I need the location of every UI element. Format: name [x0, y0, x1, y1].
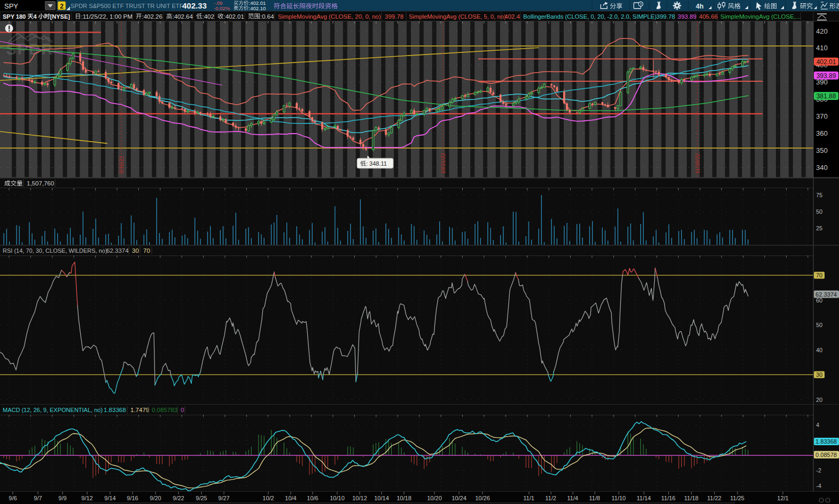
svg-text:381.88: 381.88: [817, 92, 836, 100]
svg-text:1.83368: 1.83368: [104, 407, 126, 413]
svg-text:20: 20: [816, 397, 822, 403]
svg-text:SimpleMovingAvg (CLOSE,...: SimpleMovingAvg (CLOSE,...: [720, 13, 801, 20]
svg-text:0: 0: [181, 407, 184, 413]
svg-text:-0.02%: -0.02%: [214, 5, 230, 11]
svg-text:11/25: 11/25: [730, 495, 744, 501]
svg-text:1,507,760: 1,507,760: [27, 180, 54, 187]
svg-text:399.78: 399.78: [385, 13, 403, 20]
svg-text:9/7: 9/7: [34, 495, 42, 501]
svg-text:40: 40: [816, 347, 822, 353]
svg-text:1.83368: 1.83368: [815, 438, 837, 445]
svg-text:75: 75: [816, 192, 822, 198]
svg-text:-2: -2: [816, 467, 821, 474]
svg-text:402.01: 402.01: [817, 58, 836, 66]
svg-text:9/12: 9/12: [81, 495, 92, 501]
svg-text::402: :402: [203, 13, 214, 20]
svg-text:RSI (14, 70, 30, CLOSE, WILDER: RSI (14, 70, 30, CLOSE, WILDERS, no): [3, 247, 107, 254]
svg-text:420: 420: [816, 27, 828, 35]
svg-text:10/6: 10/6: [307, 495, 318, 501]
svg-text:11/18/22: 11/18/22: [695, 153, 701, 174]
svg-text:405.66: 405.66: [699, 13, 718, 20]
svg-text:11/10: 11/10: [611, 495, 626, 501]
svg-text:10/12: 10/12: [352, 495, 367, 501]
svg-text:SPY 180: SPY 180: [3, 13, 26, 20]
svg-text::402.26: :402.26: [142, 13, 162, 20]
svg-text:10/4: 10/4: [285, 495, 296, 501]
svg-text:62.3374: 62.3374: [815, 291, 837, 298]
svg-text:10/18: 10/18: [397, 495, 411, 501]
svg-text:10/14: 10/14: [374, 495, 389, 501]
svg-text:30: 30: [816, 371, 822, 378]
svg-text:402.4: 402.4: [504, 13, 520, 20]
svg-text:9/16: 9/16: [127, 495, 138, 501]
svg-text:9/16/22: 9/16/22: [119, 156, 125, 174]
svg-text:10/21/22: 10/21/22: [440, 153, 446, 174]
svg-text:11/22: 11/22: [707, 495, 721, 501]
svg-text:11/2: 11/2: [545, 495, 556, 501]
svg-text:0.08578: 0.08578: [815, 452, 837, 458]
svg-text:9/20: 9/20: [150, 495, 161, 501]
svg-text:70: 70: [816, 272, 822, 278]
svg-text:410: 410: [816, 44, 828, 52]
svg-text:10/2: 10/2: [262, 495, 274, 501]
svg-text:9/14: 9/14: [104, 495, 115, 501]
svg-text::402.01: :402.01: [224, 13, 244, 20]
svg-text:11/18: 11/18: [684, 495, 698, 501]
svg-text:393.89: 393.89: [817, 72, 836, 80]
svg-text::11/25/22, 1:00 PM: :11/25/22, 1:00 PM: [81, 13, 133, 20]
svg-text::0.64: :0.64: [260, 13, 274, 20]
svg-text:: 348.11: : 348.11: [366, 160, 387, 167]
svg-text:50: 50: [816, 208, 822, 215]
svg-text:11/1: 11/1: [523, 495, 534, 501]
svg-text:62.3374: 62.3374: [106, 247, 129, 254]
svg-text:70: 70: [143, 247, 150, 254]
svg-text:0.085783: 0.085783: [152, 407, 177, 413]
svg-text:SPY: SPY: [4, 2, 18, 10]
svg-text:360: 360: [816, 129, 828, 137]
svg-text:9/22: 9/22: [173, 495, 184, 501]
svg-text:-4: -4: [816, 483, 821, 489]
svg-text:10/20: 10/20: [427, 495, 442, 501]
svg-text:SimpleMovingAvg (CLOSE, 5, 0,: SimpleMovingAvg (CLOSE, 5, 0, no): [409, 13, 506, 20]
svg-text:MACD (12, 26, 9, EXPONENTIAL,: MACD (12, 26, 9, EXPONENTIAL, no): [3, 407, 103, 413]
svg-text:BollingerBands (CLOSE, 0, 20,: BollingerBands (CLOSE, 0, 20, -2.0, 2.0,…: [523, 13, 657, 20]
svg-text:10/24: 10/24: [452, 495, 467, 501]
svg-text:9/6: 9/6: [9, 495, 17, 501]
svg-text:393.89: 393.89: [678, 13, 696, 20]
svg-text::402.10: :402.10: [249, 5, 266, 11]
svg-text:11/16: 11/16: [661, 495, 675, 501]
svg-text:50: 50: [816, 322, 822, 328]
svg-text:[NYSE]: [NYSE]: [50, 13, 71, 20]
svg-text:399.78: 399.78: [656, 13, 675, 20]
svg-text:11/14: 11/14: [636, 495, 651, 501]
svg-text:25: 25: [816, 225, 822, 231]
svg-text:2: 2: [60, 3, 64, 10]
svg-text:370: 370: [816, 112, 828, 120]
svg-text:11/8: 11/8: [589, 495, 600, 501]
svg-text::402.64: :402.64: [173, 13, 193, 20]
svg-text:4: 4: [816, 422, 819, 428]
svg-text:12/1: 12/1: [777, 495, 788, 501]
svg-text:SPDR S&P500 ETF TRUST TR UNIT: SPDR S&P500 ETF TRUST TR UNIT ETF: [71, 3, 183, 9]
svg-text:10/26: 10/26: [475, 495, 490, 501]
svg-text:11/4: 11/4: [567, 495, 578, 501]
svg-text:30: 30: [132, 247, 139, 254]
svg-text:9/25: 9/25: [196, 495, 207, 501]
svg-text:4h: 4h: [696, 3, 704, 10]
svg-text:402.33: 402.33: [182, 1, 207, 10]
svg-text:10/10: 10/10: [330, 495, 345, 501]
svg-text:1.7479: 1.7479: [130, 407, 149, 413]
svg-text:350: 350: [816, 146, 828, 154]
svg-text:9/27: 9/27: [218, 495, 229, 501]
svg-text:SimpleMovingAvg (CLOSE, 20, 0,: SimpleMovingAvg (CLOSE, 20, 0, no): [278, 13, 381, 20]
svg-text:340: 340: [816, 164, 828, 172]
svg-text:4: 4: [33, 13, 37, 20]
svg-text:9/9: 9/9: [58, 495, 66, 501]
